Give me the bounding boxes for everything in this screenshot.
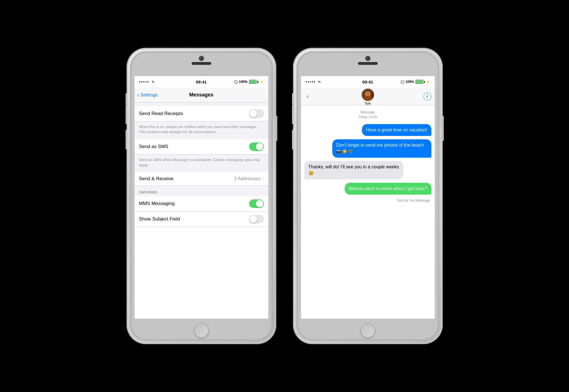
battery-fill-2 (416, 80, 423, 83)
battery-fill (250, 80, 256, 83)
page-title: Messages (189, 92, 213, 98)
power-button-2[interactable] (442, 116, 444, 141)
home-button[interactable] (194, 323, 209, 338)
iphone-top-hardware-2 (358, 56, 378, 65)
volume-down-button[interactable] (126, 130, 127, 149)
send-read-receipts-label: Send Read Receipts (139, 111, 183, 116)
show-subject-label: Show Subject Field (139, 216, 180, 222)
bubble-4: Wanna catch a movie when I get back? (345, 183, 431, 195)
timestamp-label: iMessage (304, 110, 431, 115)
screen-content: ●●●●● ∿ 09:41 ◯ 100% ⚡ (301, 76, 435, 319)
avatar (362, 89, 374, 101)
battery-body-2 (416, 80, 423, 84)
subject-toggle[interactable] (249, 215, 264, 223)
volume-up-button-2[interactable] (292, 104, 294, 124)
silent-switch[interactable] (126, 93, 127, 104)
battery-area: ◯ 100% ⚡ (234, 80, 264, 84)
toggle-knob-mms (256, 200, 263, 207)
bubble-text-2: Don't forget to send me photos of the be… (336, 143, 424, 154)
read-receipts-toggle[interactable] (249, 109, 264, 118)
power-button[interactable] (276, 116, 277, 141)
iphone-settings: ●●●●● ∿ 09:41 ◯ 100% ⚡ ‹ Settings (127, 48, 276, 344)
sms-mms-label: SMS/MMS (139, 190, 158, 194)
show-subject-row[interactable]: Show Subject Field (135, 212, 268, 227)
bubble-3: Thanks, will do! I'll see you in a coupl… (304, 161, 403, 179)
status-time: 09:41 (196, 80, 206, 84)
sent-status: Sent as Text Message (304, 199, 431, 202)
bubble-text-3: Thanks, will do! I'll see you in a coupl… (308, 164, 399, 175)
battery-percent: 100% (239, 80, 248, 84)
mms-messaging-label: MMS Messaging (139, 201, 175, 206)
silent-switch-2[interactable] (292, 93, 294, 104)
imessage-back-button[interactable]: ‹ (304, 92, 311, 101)
toggle-knob (250, 110, 257, 117)
send-read-receipts-row[interactable]: Send Read Receipts (135, 106, 268, 122)
imessage-nav-bar: ‹ Tom i (301, 87, 435, 105)
signal-area: ●●●●● ∿ (139, 80, 154, 84)
iphone-imessage: ●●●●● ∿ 09:41 ◯ 100% ⚡ (293, 48, 443, 344)
back-chevron-icon: ‹ (137, 92, 139, 98)
battery-tip (258, 81, 258, 83)
earpiece-speaker (192, 62, 211, 65)
location-icon-2: ◯ (401, 80, 404, 84)
front-camera (199, 56, 203, 60)
charging-icon-2: ⚡ (426, 80, 430, 84)
message-timestamp: iMessage Today 14:00 (304, 110, 431, 120)
settings-nav-bar: ‹ Settings Messages (135, 87, 268, 103)
status-time-2: 09:41 (362, 80, 373, 84)
mms-toggle[interactable] (249, 199, 264, 208)
status-bar: ●●●●● ∿ 09:41 ◯ 100% ⚡ (135, 76, 268, 87)
send-receive-row[interactable]: Send & Receive 2 Addresses › (135, 172, 268, 186)
battery-tip-2 (424, 81, 425, 83)
bubble-2: Don't forget to send me photos of the be… (332, 139, 431, 158)
earpiece-speaker-2 (358, 62, 378, 65)
send-as-sms-row[interactable]: Send as SMS (135, 139, 268, 155)
settings-back-button[interactable]: ‹ Settings (137, 92, 158, 98)
contact-info[interactable]: Tom (362, 89, 374, 105)
message-row-4: Wanna catch a movie when I get back? (304, 183, 431, 195)
back-label[interactable]: Settings (140, 92, 157, 98)
settings-screen: ●●●●● ∿ 09:41 ◯ 100% ⚡ ‹ Settings (135, 76, 268, 319)
signal-area-2: ●●●●● ∿ (306, 80, 321, 84)
settings-content: Send Read Receipts When this is on, peop… (135, 103, 268, 227)
home-button-2[interactable] (361, 323, 375, 338)
battery-percent-2: 100% (405, 80, 414, 84)
bubble-text-1: Have a great time on vacation! (366, 127, 427, 132)
addresses-count: 2 Addresses (234, 176, 261, 182)
mms-messaging-row[interactable]: MMS Messaging (135, 196, 268, 212)
toggle-knob-subject (250, 215, 257, 223)
toggle-knob-sms (256, 143, 263, 150)
volume-up-button[interactable] (126, 104, 127, 124)
timestamp-time: Today 14:00 (304, 115, 431, 120)
send-receive-label: Send & Receive (139, 176, 173, 182)
chevron-icon: › (262, 176, 263, 181)
send-as-sms-label: Send as SMS (139, 144, 168, 149)
messages-area: iMessage Today 14:00 Have a great time o… (301, 105, 435, 319)
battery-area-2: ◯ 100% ⚡ (401, 80, 430, 84)
message-row-3: Thanks, will do! I'll see you in a coupl… (304, 161, 431, 179)
contact-name: Tom (364, 102, 371, 105)
iphone-top-hardware (192, 56, 211, 65)
sms-mms-separator: SMS/MMS (135, 186, 268, 196)
bubble-1: Have a great time on vacation! (362, 124, 431, 136)
battery-icon-2 (416, 80, 425, 84)
location-icon: ◯ (234, 80, 238, 84)
volume-down-button-2[interactable] (292, 130, 294, 149)
send-as-sms-toggle[interactable] (249, 142, 264, 151)
signal-dots-2: ●●●●● (306, 80, 316, 83)
wifi-icon: ∿ (151, 80, 154, 84)
status-bar-2: ●●●●● ∿ 09:41 ◯ 100% ⚡ (301, 76, 435, 87)
info-button[interactable]: i (423, 93, 431, 100)
send-receive-value: 2 Addresses › (234, 176, 264, 182)
battery-body (249, 80, 257, 84)
front-camera-2 (366, 56, 370, 60)
top-spacer (135, 103, 268, 106)
signal-dots: ●●●●● (139, 80, 150, 83)
message-row-1: Have a great time on vacation! (304, 124, 431, 136)
charging-icon: ⚡ (260, 80, 264, 84)
send-as-sms-description: Send as SMS when iMessage is unavailable… (135, 155, 268, 172)
battery-icon (249, 80, 258, 84)
imessage-screen: ●●●●● ∿ 09:41 ◯ 100% ⚡ (301, 76, 435, 319)
message-row-2: Don't forget to send me photos of the be… (304, 139, 431, 158)
wifi-icon-2: ∿ (318, 80, 321, 84)
